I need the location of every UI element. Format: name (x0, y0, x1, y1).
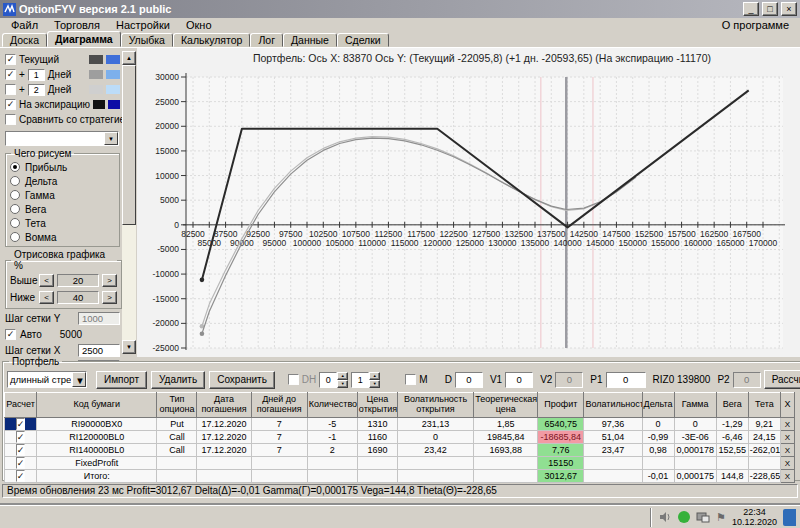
scroll-down-icon[interactable]: ▼ (122, 340, 136, 354)
delete-row-button[interactable]: X (780, 431, 794, 444)
menu-item-3[interactable]: Настройки (108, 19, 178, 31)
radio-гамма[interactable] (10, 190, 20, 200)
field-input[interactable] (733, 372, 761, 388)
cell-days[interactable] (251, 470, 307, 483)
auto-checkbox[interactable]: ✓ (5, 329, 16, 340)
cell-code[interactable]: RI90000BX0 (37, 418, 157, 431)
layer-checkbox[interactable]: ✓ (5, 69, 16, 80)
radio-тета[interactable] (10, 218, 20, 228)
cell-theor[interactable]: 1,85 (474, 418, 538, 431)
cell-type[interactable]: Call (157, 444, 197, 457)
speaker-icon[interactable] (659, 511, 672, 523)
cell-theta[interactable] (748, 457, 780, 470)
chevron-down-icon[interactable]: ▼ (104, 132, 118, 145)
tab-улыбка[interactable]: Улыбка (121, 33, 173, 47)
row-checkbox[interactable]: ✓ (16, 418, 26, 430)
compare-strategy-combo[interactable]: ▼ (5, 131, 119, 146)
strategy-select[interactable]: длинный стре ▼ (7, 371, 87, 388)
row-calc-cell[interactable]: ✓ (5, 470, 37, 483)
increment-icon[interactable]: > (102, 291, 117, 304)
portfolio-button-1[interactable]: Импорт (96, 371, 147, 389)
cell-open_price[interactable] (357, 470, 397, 483)
field-input[interactable] (455, 372, 483, 388)
cell-theor[interactable]: 1693,88 (474, 444, 538, 457)
cell-type[interactable]: Call (157, 431, 197, 444)
dh-spinner-2-input[interactable] (351, 372, 369, 388)
radio-прибыль[interactable] (10, 162, 20, 172)
cell-open_vol[interactable]: 0 (397, 431, 473, 444)
spin-down-icon[interactable]: ▼ (369, 380, 380, 388)
cell-profit[interactable]: -18685,84 (538, 431, 584, 444)
row-calc-cell[interactable]: ✓ (5, 457, 37, 470)
cell-open_price[interactable]: 1310 (357, 418, 397, 431)
cell-theta[interactable]: 24,15 (748, 431, 780, 444)
radio-вомма[interactable] (10, 232, 20, 242)
cell-vega[interactable]: -6,46 (716, 431, 748, 444)
cell-days[interactable]: 7 (251, 444, 307, 457)
row-checkbox[interactable]: ✓ (16, 457, 26, 469)
cell-profit[interactable]: 3012,67 (538, 470, 584, 483)
dh-spinner-1-input[interactable] (319, 372, 337, 388)
cell-vega[interactable]: 144,8 (716, 470, 748, 483)
cell-code[interactable]: RI120000BL0 (37, 431, 157, 444)
network-icon[interactable] (696, 511, 710, 523)
cell-vega[interactable] (716, 457, 748, 470)
field-input[interactable] (606, 372, 646, 388)
calculate-margin-button[interactable]: Рассчитать ГО (764, 370, 800, 389)
cell-gamma[interactable]: 0,000175 (674, 470, 716, 483)
increment-icon[interactable]: > (102, 274, 117, 287)
cell-theor[interactable]: 19845,84 (474, 431, 538, 444)
minimize-icon[interactable]: _ (743, 2, 759, 16)
row-checkbox[interactable]: ✓ (16, 470, 26, 482)
radio-дельта[interactable] (10, 176, 20, 186)
cell-qty[interactable] (307, 457, 357, 470)
cell-open_price[interactable]: 1690 (357, 444, 397, 457)
cell-open_vol[interactable]: 23,42 (397, 444, 473, 457)
row-calc-cell[interactable]: ✓ (5, 444, 37, 457)
cell-code[interactable]: Итого: (37, 470, 157, 483)
cell-date[interactable]: 17.12.2020 (197, 431, 251, 444)
cell-date[interactable] (197, 470, 251, 483)
row-calc-cell[interactable]: ✓ (5, 418, 37, 431)
cell-code[interactable]: RI140000BL0 (37, 444, 157, 457)
field-input[interactable] (505, 372, 533, 388)
cell-type[interactable] (157, 470, 197, 483)
cell-gamma[interactable]: 0 (674, 418, 716, 431)
cell-open_price[interactable] (357, 457, 397, 470)
antivirus-ok-icon[interactable] (678, 511, 690, 523)
maximize-icon[interactable]: □ (762, 2, 778, 16)
layer-checkbox[interactable]: ✓ (5, 54, 16, 65)
row-checkbox[interactable]: ✓ (16, 444, 26, 456)
cell-delta[interactable]: -0,99 (642, 431, 674, 444)
cell-date[interactable]: 17.12.2020 (197, 418, 251, 431)
chevron-down-icon[interactable]: ▼ (72, 372, 86, 387)
cell-vol[interactable] (584, 470, 642, 483)
portfolio-button-3[interactable]: Сохранить (209, 371, 275, 389)
cell-open_vol[interactable]: 231,13 (397, 418, 473, 431)
cell-delta[interactable] (642, 457, 674, 470)
profit-chart[interactable]: -25000-20000-15000-10000-500005000100001… (137, 48, 800, 357)
tab-данные[interactable]: Данные (283, 33, 337, 47)
tab-диаграмма[interactable]: Диаграмма (47, 31, 121, 47)
cell-type[interactable] (157, 457, 197, 470)
tray-clock[interactable]: 22:34 10.12.2020 (732, 507, 777, 527)
radio-вега[interactable] (10, 204, 20, 214)
cell-profit[interactable]: 7,76 (538, 444, 584, 457)
cell-gamma[interactable]: 0,000178 (674, 444, 716, 457)
tab-доска[interactable]: Доска (2, 33, 47, 47)
delete-row-button[interactable]: X (780, 457, 794, 470)
dh-checkbox[interactable] (288, 374, 299, 385)
show-desktop-button[interactable] (783, 509, 796, 526)
menu-item-4[interactable]: Окно (178, 19, 220, 31)
row-checkbox[interactable]: ✓ (16, 431, 26, 443)
cell-date[interactable] (197, 457, 251, 470)
scroll-up-icon[interactable]: ▲ (122, 51, 136, 65)
decrement-icon[interactable]: < (39, 291, 54, 304)
spin-up-icon[interactable]: ▲ (369, 372, 380, 380)
cell-delta[interactable]: 0 (642, 418, 674, 431)
cell-theta[interactable]: -228,65 (748, 470, 780, 483)
layer-checkbox[interactable] (5, 114, 16, 125)
cell-days[interactable]: 7 (251, 431, 307, 444)
scrollbar-thumb[interactable] (122, 65, 136, 225)
cell-open_vol[interactable] (397, 470, 473, 483)
